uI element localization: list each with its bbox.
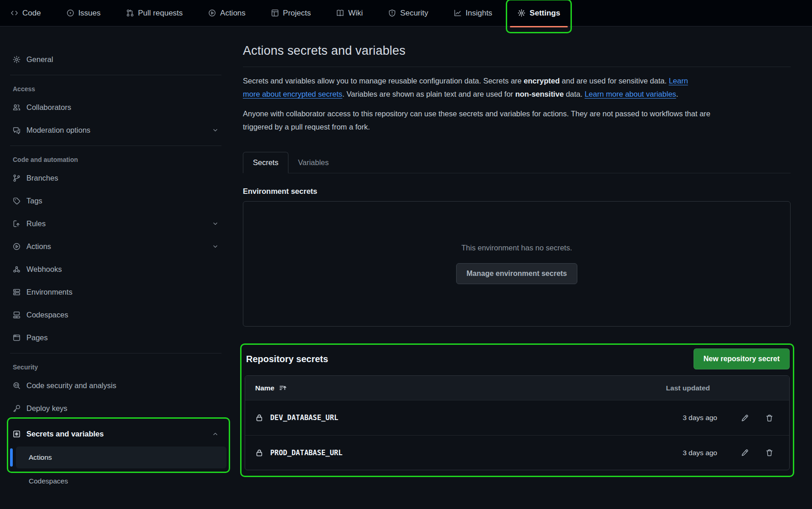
nav-tab-security[interactable]: Security — [384, 5, 432, 21]
codescan-icon — [13, 382, 21, 390]
sidebar-item-label: Tags — [26, 197, 42, 205]
nav-tab-label: Issues — [78, 9, 101, 18]
sidebar-divider — [10, 353, 221, 353]
column-header-name[interactable]: Name — [255, 384, 274, 392]
sidebar-item-moderation-options[interactable]: Moderation options — [8, 119, 223, 141]
play-icon — [208, 9, 216, 17]
sidebar-item-label: Webhooks — [26, 265, 62, 274]
environment-empty-message: This environment has no secrets. — [461, 244, 572, 252]
nav-tab-code[interactable]: Code — [6, 5, 45, 21]
nav-tab-wiki[interactable]: Wiki — [332, 5, 367, 21]
repo-tab-nav: CodeIssuesPull requestsActionsProjectsWi… — [0, 0, 812, 26]
inline-link-learn-more-about-variables[interactable]: Learn more about variables — [585, 90, 676, 98]
sidebar-item-rules[interactable]: Rules — [8, 213, 223, 234]
environment-secrets-heading: Environment secrets — [243, 187, 791, 196]
delete-secret-button[interactable] — [760, 444, 778, 462]
sidebar-item-actions[interactable]: Actions — [8, 235, 223, 257]
code-icon — [10, 9, 18, 17]
sidebar-subitem-actions[interactable]: Actions — [16, 447, 226, 468]
webhook-icon — [13, 265, 21, 273]
sidebar-item-label: Environments — [26, 288, 72, 296]
sidebar-item-label: Deploy keys — [26, 404, 67, 413]
play-icon — [13, 243, 21, 250]
table-icon — [271, 9, 279, 17]
sidebar-item-secrets-and-variables[interactable]: Secrets and variables — [8, 423, 223, 445]
environment-secrets-box: This environment has no secrets. Manage … — [243, 201, 791, 327]
sidebar-item-label: Codespaces — [26, 311, 68, 319]
sidebar-item-general[interactable]: General — [8, 48, 223, 70]
description-paragraph: Secrets and variables allow you to manag… — [243, 74, 696, 101]
nav-tab-label: Pull requests — [138, 9, 183, 18]
key-icon — [13, 405, 21, 412]
repository-secrets-heading: Repository secrets — [246, 354, 328, 364]
active-item-indicator-bar — [10, 448, 13, 467]
description: Secrets and variables allow you to manag… — [243, 74, 791, 134]
sidebar-item-collaborators[interactable]: Collaborators — [8, 96, 223, 118]
title-divider — [243, 67, 791, 67]
delete-secret-button[interactable] — [760, 409, 778, 427]
sidebar-item-deploy-keys[interactable]: Deploy keys — [8, 397, 223, 419]
nav-tab-settings[interactable]: Settings — [514, 5, 564, 21]
tag-icon — [13, 197, 21, 205]
secret-name: PROD_DATABASE_URL — [270, 449, 343, 457]
sidebar-item-environments[interactable]: Environments — [8, 281, 223, 303]
edit-secret-button[interactable] — [735, 409, 754, 427]
nav-tab-insights[interactable]: Insights — [450, 5, 497, 21]
settings-sidebar: GeneralAccessCollaboratorsModeration opt… — [8, 47, 223, 492]
repository-secrets-table: Name Last updated DEV_DATABASE_URL3 days… — [245, 375, 790, 470]
last-updated-value: 3 days ago — [683, 414, 717, 422]
browser-icon — [13, 334, 21, 342]
sidebar-item-label: Moderation options — [26, 126, 90, 135]
sidebar-item-pages[interactable]: Pages — [8, 327, 223, 348]
sidebar-item-label: Branches — [26, 174, 58, 182]
book-icon — [336, 9, 344, 17]
nav-tab-label: Projects — [283, 9, 311, 18]
chevron-down-icon — [212, 220, 219, 227]
nav-tab-actions[interactable]: Actions — [204, 5, 250, 21]
sidebar-item-branches[interactable]: Branches — [8, 167, 223, 189]
sidebar-item-codespaces[interactable]: Codespaces — [8, 304, 223, 326]
sort-ascending-icon[interactable] — [279, 384, 287, 392]
settings-content: Actions secrets and variables Secrets an… — [243, 44, 791, 477]
sidebar-item-label: General — [26, 55, 53, 64]
sidebar-item-label: Pages — [26, 333, 48, 342]
tab-secrets[interactable]: Secrets — [243, 152, 288, 173]
server-icon — [13, 288, 21, 296]
comment-discussion-icon — [13, 126, 21, 134]
repository-secrets-header: Repository secrets New repository secret — [245, 348, 790, 369]
git-pull-request-icon — [126, 9, 134, 17]
lock-icon — [255, 414, 263, 422]
rules-icon — [13, 220, 21, 228]
new-repository-secret-button[interactable]: New repository secret — [694, 348, 790, 369]
sidebar-subitem-label: Actions — [29, 453, 52, 462]
nav-tab-label: Wiki — [348, 9, 363, 18]
sidebar-item-label: Code security and analysis — [26, 381, 116, 390]
edit-secret-button[interactable] — [735, 444, 754, 462]
tab-variables[interactable]: Variables — [288, 152, 339, 173]
nav-tab-issues[interactable]: Issues — [62, 5, 105, 21]
manage-environment-secrets-button[interactable]: Manage environment secrets — [456, 263, 578, 284]
secret-name: DEV_DATABASE_URL — [270, 414, 338, 422]
sidebar-item-webhooks[interactable]: Webhooks — [8, 258, 223, 280]
sidebar-section-header-security: Security — [8, 361, 223, 374]
sidebar-item-label: Rules — [26, 219, 46, 228]
codespaces-icon — [13, 311, 21, 319]
nav-tab-projects[interactable]: Projects — [267, 5, 315, 21]
sidebar-subitem-codespaces[interactable]: Codespaces — [16, 470, 226, 492]
last-updated-value: 3 days ago — [683, 449, 717, 457]
sidebar-item-label: Collaborators — [26, 103, 71, 112]
nav-tab-pull-requests[interactable]: Pull requests — [122, 5, 187, 21]
gear-icon — [518, 9, 525, 17]
nav-tab-label: Code — [22, 9, 41, 18]
asterisk-box-icon — [13, 430, 21, 438]
chevron-up-icon — [212, 431, 219, 437]
issue-opened-icon — [67, 9, 74, 17]
nav-tab-label: Security — [400, 9, 428, 18]
sidebar-divider — [10, 75, 221, 75]
sidebar-divider — [10, 145, 221, 146]
sidebar-item-tags[interactable]: Tags — [8, 190, 223, 212]
sidebar-item-code-security-and-analysis[interactable]: Code security and analysis — [8, 374, 223, 396]
description-paragraph: Anyone with collaborator access to this … — [243, 107, 717, 134]
nav-tab-label: Settings — [529, 9, 560, 18]
graph-icon — [454, 9, 462, 17]
